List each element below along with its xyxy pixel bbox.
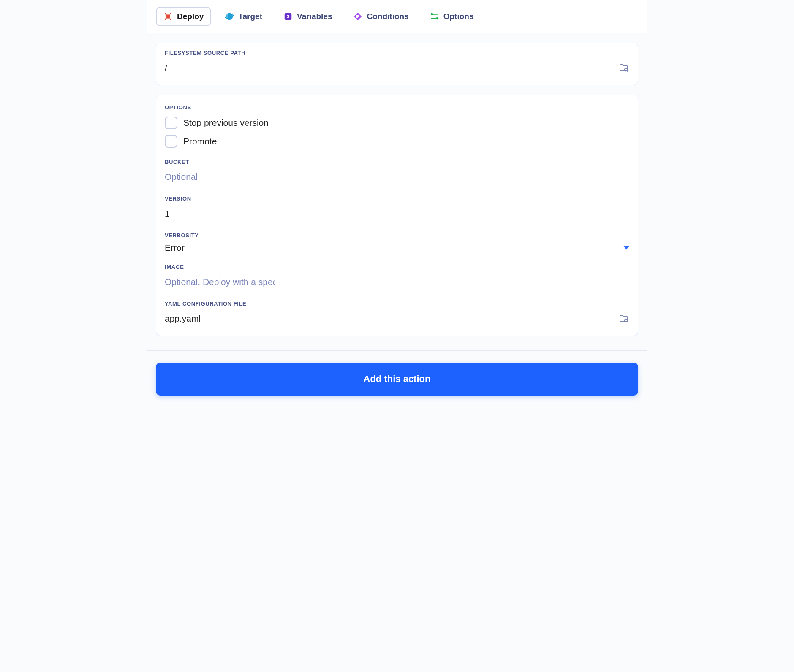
yaml-block: YAML CONFIGURATION FILE [165,301,629,326]
page: Deploy Target $ Variables [147,0,647,407]
stop-previous-row: Stop previous version [165,117,629,129]
verbosity-block: VERBOSITY Error [165,232,629,253]
chevron-down-icon [623,244,629,251]
promote-row: Promote [165,135,629,148]
image-block: IMAGE [165,264,629,290]
bucket-block: BUCKET [165,159,629,184]
version-block: VERSION [165,195,629,221]
svg-marker-18 [623,246,629,249]
browse-folder-icon[interactable] [618,63,629,73]
image-label: IMAGE [165,264,629,270]
source-path-label: FILESYSTEM SOURCE PATH [165,50,629,56]
svg-point-2 [170,13,172,15]
tab-options-label: Options [443,12,474,21]
svg-rect-0 [166,14,170,18]
deploy-icon [163,12,173,21]
bucket-input[interactable] [165,169,275,184]
svg-text:$: $ [287,14,289,19]
tab-deploy-label: Deploy [177,12,204,21]
browse-folder-icon[interactable] [618,314,629,324]
promote-checkbox[interactable] [165,135,177,148]
footer: Add this action [147,350,647,407]
tabs-bar: Deploy Target $ Variables [147,0,647,33]
stop-previous-label: Stop previous version [183,118,269,128]
tab-target-label: Target [238,12,262,21]
source-path-section: FILESYSTEM SOURCE PATH [156,43,638,85]
options-icon [430,12,439,21]
options-section: OPTIONS Stop previous version Promote BU… [156,95,638,336]
tab-deploy[interactable]: Deploy [156,7,211,26]
conditions-icon: IF [353,12,362,21]
source-path-input[interactable] [165,60,612,76]
yaml-label: YAML CONFIGURATION FILE [165,301,629,307]
options-label: OPTIONS [165,104,629,111]
tab-variables-label: Variables [297,12,332,21]
variables-icon: $ [283,12,293,21]
tab-conditions-label: Conditions [367,12,408,21]
svg-line-20 [627,322,628,323]
verbosity-value: Error [165,243,623,253]
version-input[interactable] [165,206,275,221]
yaml-input[interactable] [165,311,612,326]
svg-text:IF: IF [356,15,359,19]
verbosity-select[interactable]: Error [165,243,629,253]
tab-options[interactable]: Options [422,7,481,26]
promote-label: Promote [183,136,217,146]
svg-point-19 [625,319,628,322]
svg-point-1 [165,13,166,15]
target-icon [225,12,234,21]
verbosity-label: VERBOSITY [165,232,629,238]
tab-variables[interactable]: $ Variables [276,7,340,26]
add-action-button[interactable]: Add this action [156,363,638,396]
version-label: VERSION [165,195,629,202]
svg-point-4 [170,19,172,20]
tab-conditions[interactable]: IF Conditions [345,7,416,26]
yaml-row [165,311,629,326]
stop-previous-checkbox[interactable] [165,117,177,129]
svg-point-16 [625,68,628,71]
svg-line-17 [627,71,628,72]
tab-target[interactable]: Target [217,7,270,26]
bucket-label: BUCKET [165,159,629,165]
options-block: OPTIONS Stop previous version Promote [165,104,629,148]
image-input[interactable] [165,274,275,290]
source-path-row [165,60,629,76]
svg-point-3 [165,19,166,20]
